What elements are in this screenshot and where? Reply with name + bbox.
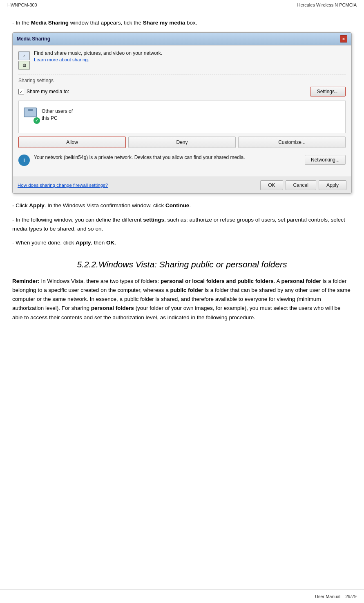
public-folder-bold: public folder bbox=[170, 287, 203, 293]
device-label-line2: this PC bbox=[42, 115, 58, 121]
dialog-bottom: How does sharing change firewall setting… bbox=[13, 177, 351, 193]
share-checkbox[interactable]: ✓ bbox=[18, 89, 24, 94]
settings-button[interactable]: Settings... bbox=[310, 87, 346, 96]
page-footer: User Manual – 29/79 bbox=[0, 590, 364, 603]
allow-button[interactable]: Allow bbox=[18, 137, 126, 148]
reminder-paragraph: Reminder: In Windows Vista, there are tw… bbox=[12, 277, 352, 322]
device-box: ✓ Other users of this PC bbox=[18, 101, 346, 133]
device-label-line1: Other users of bbox=[42, 108, 73, 114]
share-row: ✓ Share my media to: Settings... bbox=[18, 87, 346, 96]
info-section: i Your network (belkin54g) is a private … bbox=[18, 151, 346, 168]
deny-button[interactable]: Deny bbox=[128, 137, 236, 148]
firewall-link[interactable]: How does sharing change firewall setting… bbox=[18, 183, 108, 188]
cancel-button[interactable]: Cancel bbox=[286, 180, 316, 190]
info-icon: i bbox=[18, 155, 30, 166]
dialog-body: ♪ 🖼 Find and share music, pictures, and … bbox=[13, 45, 351, 177]
dialog-close-button[interactable]: × bbox=[340, 35, 347, 43]
media-icons: ♪ 🖼 bbox=[18, 51, 30, 70]
device-item: ✓ Other users of this PC bbox=[24, 108, 73, 122]
section-heading: 5.2.2.Windows Vista: Sharing public or p… bbox=[12, 259, 352, 270]
settings-bold: settings bbox=[143, 217, 164, 223]
header-left: HWNPCM-300 bbox=[7, 2, 37, 7]
device-icon: ✓ bbox=[24, 108, 38, 122]
personal-folders-bold: personal folders bbox=[91, 305, 134, 311]
share-checkbox-row: ✓ Share my media to: bbox=[18, 89, 69, 94]
body-paragraph-3: - When you're done, click Apply, then OK… bbox=[12, 238, 352, 247]
ok-button[interactable]: OK bbox=[260, 180, 283, 190]
intro-bold1: Media Sharing bbox=[31, 20, 69, 26]
body-paragraph-2: - In the following window, you can defin… bbox=[12, 215, 352, 234]
divider-top bbox=[18, 74, 346, 74]
personal-folder-bold: personal folder bbox=[281, 278, 322, 284]
dialog-bottom-buttons: OK Cancel Apply bbox=[260, 180, 346, 190]
page-header: HWNPCM-300 Hercules Wireless N PCMCIA bbox=[0, 0, 364, 10]
share-checkbox-label: Share my media to: bbox=[27, 89, 69, 94]
device-label: Other users of this PC bbox=[42, 108, 73, 122]
apply-bold-2: Apply bbox=[76, 240, 91, 246]
networking-button[interactable]: Networking... bbox=[305, 155, 346, 165]
apply-bold: Apply bbox=[29, 202, 45, 208]
folder-types-bold: personal or local folders and public fol… bbox=[161, 278, 274, 284]
image-icon: 🖼 bbox=[18, 61, 30, 70]
media-sharing-dialog: Media Sharing × ♪ 🖼 Find and share music… bbox=[12, 32, 352, 194]
apply-button[interactable]: Apply bbox=[319, 180, 346, 190]
learn-more-link[interactable]: Learn more about sharing. bbox=[34, 57, 346, 62]
dialog-titlebar: Media Sharing × bbox=[13, 33, 351, 45]
intro-text-after-bold2: box. bbox=[185, 20, 197, 26]
intro-text-before-bold1: - In the bbox=[12, 20, 31, 26]
intro-bold2: Share my media bbox=[143, 20, 185, 26]
continue-bold: Continue bbox=[165, 202, 190, 208]
action-buttons-row: Allow Deny Customize... bbox=[18, 137, 346, 148]
sharing-settings-label: Sharing settings bbox=[18, 78, 346, 83]
monitor-icon bbox=[24, 108, 37, 117]
dialog-top-section: ♪ 🖼 Find and share music, pictures, and … bbox=[18, 50, 346, 70]
customize-button[interactable]: Customize... bbox=[238, 137, 346, 148]
body-paragraph-1: - Click Apply. In the Windows Vista conf… bbox=[12, 201, 352, 210]
green-check-icon: ✓ bbox=[33, 117, 40, 124]
info-text: Your network (belkin54g) is a private ne… bbox=[34, 154, 301, 161]
music-icon: ♪ bbox=[18, 51, 30, 60]
dialog-top-text: Find and share music, pictures, and vide… bbox=[34, 50, 346, 62]
page-content: - In the Media Sharing window that appea… bbox=[0, 10, 364, 339]
ok-bold: OK bbox=[106, 240, 114, 246]
dialog-title: Media Sharing bbox=[17, 36, 50, 42]
footer-text: User Manual – 29/79 bbox=[315, 594, 357, 599]
header-right: Hercules Wireless N PCMCIA bbox=[297, 2, 357, 7]
reminder-bold: Reminder: bbox=[12, 278, 40, 284]
intro-text-after-bold1: window that appears, tick the bbox=[69, 20, 143, 26]
intro-paragraph: - In the Media Sharing window that appea… bbox=[12, 18, 352, 27]
dialog-main-text: Find and share music, pictures, and vide… bbox=[34, 50, 346, 56]
